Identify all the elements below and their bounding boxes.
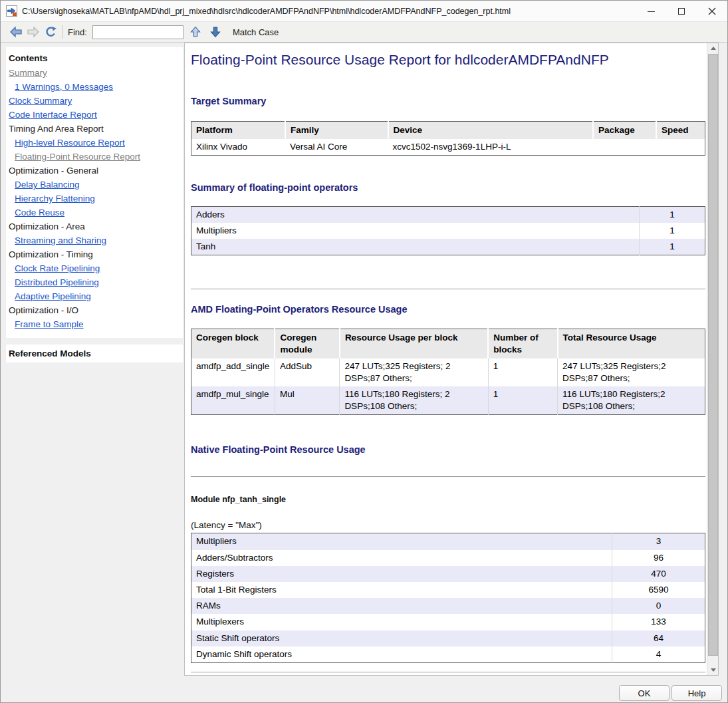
table-row: amdfp_mul_singleMul116 LUTs;180 Register… — [191, 386, 705, 415]
match-case-toggle[interactable]: Match Case — [233, 27, 279, 37]
refresh-icon — [45, 26, 57, 38]
toc-item-floating-point-resource-report[interactable]: Floating-Point Resource Report — [9, 150, 180, 164]
toc-item-high-level-resource-report[interactable]: High-level Resource Report — [9, 136, 180, 150]
toc-item-code-reuse[interactable]: Code Reuse — [9, 206, 180, 219]
minimize-icon — [648, 11, 655, 12]
table-cell: amdfp_add_single — [191, 358, 275, 386]
table-row: RAMs0 — [191, 598, 705, 614]
table-row: Dynamic Shift operators4 — [191, 646, 705, 663]
scroll-up-button[interactable] — [707, 43, 719, 53]
referenced-models-header: Referenced Models — [6, 345, 183, 362]
table-row: amdfp_add_singleAddSub247 LUTs;325 Regis… — [191, 358, 705, 386]
table-cell: Versal AI Core — [285, 139, 388, 156]
vertical-scrollbar[interactable] — [707, 43, 718, 675]
contents-sidebar: Contents Summary1 Warnings, 0 MessagesCl… — [6, 47, 183, 338]
minimize-button[interactable] — [636, 1, 666, 22]
toc-item-frame-to-sample[interactable]: Frame to Sample — [9, 317, 180, 331]
maximize-button[interactable] — [666, 1, 697, 22]
column-header: Coregen module — [275, 329, 339, 358]
toc-item-1-warnings-0-messages[interactable]: 1 Warnings, 0 Messages — [9, 80, 180, 94]
table-cell: 1 — [488, 386, 557, 415]
table-cell: Multipliers — [191, 533, 612, 550]
maximize-icon — [678, 8, 685, 15]
back-button[interactable] — [7, 24, 25, 40]
table-cell: 133 — [612, 614, 705, 630]
table-row: Static Shift operators64 — [191, 631, 705, 646]
toc-item-streaming-and-sharing[interactable]: Streaming and Sharing — [9, 233, 180, 247]
contents-title: Contents — [9, 51, 180, 66]
header-row: PlatformFamilyDevicePackageSpeed — [191, 122, 705, 139]
toc-item-distributed-pipelining[interactable]: Distributed Pipelining — [9, 275, 180, 289]
toc-item-clock-summary[interactable]: Clock Summary — [9, 94, 180, 108]
ok-button[interactable]: OK — [619, 685, 669, 701]
up-arrow-icon — [190, 26, 201, 38]
table-cell: Static Shift operators — [191, 631, 612, 646]
toc-item-hierarchy-flattening[interactable]: Hierarchy Flattening — [9, 192, 180, 206]
operator-summary-table: Adders1Multipliers1Tanh1 — [191, 206, 705, 256]
table-cell: Mul — [275, 386, 339, 415]
find-input[interactable] — [92, 25, 183, 39]
close-icon — [708, 7, 716, 15]
amd-usage-table: Coregen blockCoregen moduleResource Usag… — [191, 329, 705, 415]
table-cell — [593, 139, 656, 156]
help-button[interactable]: Help — [671, 685, 722, 701]
table-cell: Registers — [191, 566, 612, 582]
close-button[interactable] — [697, 1, 727, 22]
table-row: Adders1 — [191, 206, 705, 223]
table-cell: RAMs — [191, 598, 612, 614]
scrollbar-thumb[interactable] — [708, 54, 718, 656]
table-cell: 116 LUTs;180 Registers; 2 DSPs;108 Other… — [340, 386, 488, 415]
find-next-button[interactable] — [207, 24, 223, 40]
toc-item-adaptive-pipelining[interactable]: Adaptive Pipelining — [9, 289, 180, 303]
column-header: Package — [593, 122, 656, 139]
toc-item-optimization-area: Optimization - Area — [9, 219, 180, 233]
find-label: Find: — [68, 27, 87, 37]
browser-toolbar: Find: Match Case — [1, 22, 727, 43]
toolbar-separator — [62, 25, 62, 39]
operator-summary-heading: Summary of floating-point operators — [191, 182, 705, 193]
toc-item-delay-balancing[interactable]: Delay Balancing — [9, 178, 180, 192]
toc-item-timing-and-area-report: Timing And Area Report — [9, 122, 180, 136]
table-cell: 1 — [640, 239, 705, 255]
app-report-icon — [6, 5, 17, 17]
table-of-contents: Summary1 Warnings, 0 MessagesClock Summa… — [9, 66, 180, 331]
table-cell: 247 LUTs;325 Registers;2 DSPs;87 Others; — [558, 358, 705, 386]
table-row: Total 1-Bit Registers6590 — [191, 582, 705, 598]
table-cell: xcvc1502-nsvg1369-1LHP-i-L — [388, 139, 593, 156]
toc-item-clock-rate-pipelining[interactable]: Clock Rate Pipelining — [9, 261, 180, 275]
table-cell: 6590 — [612, 582, 705, 598]
table-cell: Adders — [191, 206, 640, 223]
table-row: Registers470 — [191, 566, 705, 582]
table-cell: AddSub — [275, 358, 339, 386]
amd-usage-heading: AMD Floating-Point Operators Resource Us… — [191, 304, 705, 315]
report-body: Floating-Point Resource Usage Report for… — [185, 43, 707, 675]
table-cell: 1 — [488, 358, 557, 386]
report-content-panel: Floating-Point Resource Usage Report for… — [184, 43, 719, 676]
table-row: Adders/Subtractors96 — [191, 550, 705, 566]
table-cell: Dynamic Shift operators — [191, 646, 612, 663]
find-previous-button[interactable] — [187, 24, 203, 40]
table-cell: Multipliers — [191, 223, 640, 239]
report-title: Floating-Point Resource Usage Report for… — [191, 52, 705, 68]
window-controls — [636, 1, 727, 22]
table-cell: 96 — [612, 550, 705, 566]
column-header: Number of blocks — [488, 329, 557, 358]
refresh-button[interactable] — [42, 24, 59, 40]
toc-item-code-interface-report[interactable]: Code Interface Report — [9, 108, 180, 122]
scroll-down-icon — [711, 668, 716, 672]
toc-item-summary[interactable]: Summary — [9, 66, 180, 80]
table-cell: 1 — [640, 206, 705, 223]
down-arrow-icon — [210, 26, 221, 38]
table-row: Multiplexers133 — [191, 614, 705, 630]
toc-item-optimization-timing: Optimization - Timing — [9, 247, 180, 261]
report-window: C:\Users\ighoseka\MATLAB\nfpAMD\hdl_prj_… — [0, 0, 728, 703]
latency-label: (Latency = "Max") — [191, 520, 705, 530]
table-cell: 4 — [612, 646, 705, 663]
toc-item-optimization-i-o: Optimization - I/O — [9, 303, 180, 317]
table-row: Multipliers3 — [191, 533, 705, 550]
back-arrow-icon — [9, 26, 23, 38]
scroll-down-button[interactable] — [707, 665, 719, 675]
title-bar: C:\Users\ighoseka\MATLAB\nfpAMD\hdl_prj_… — [1, 1, 727, 22]
section-divider — [191, 289, 705, 290]
forward-button[interactable] — [25, 24, 42, 40]
